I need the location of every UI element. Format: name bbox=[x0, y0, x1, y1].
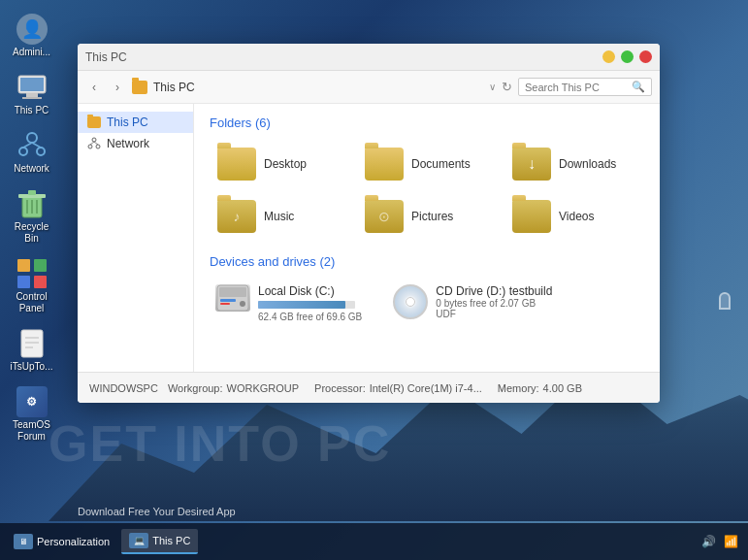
svg-rect-17 bbox=[17, 276, 30, 288]
taskbar-item-personalization[interactable]: 🖥 Personalization bbox=[6, 530, 117, 553]
svg-rect-18 bbox=[34, 276, 47, 288]
back-button[interactable]: ‹ bbox=[85, 79, 103, 96]
workgroup-label: Workgroup: bbox=[168, 382, 223, 394]
drive-item-c[interactable]: Local Disk (C:) 62.4 GB free of 69.6 GB bbox=[210, 280, 368, 326]
taskbar: 🖥 Personalization 💻 This PC 🔊 📶 bbox=[0, 523, 748, 560]
sidebar-item-administrator-label: Admini... bbox=[13, 47, 50, 58]
recycle-bin-icon bbox=[16, 188, 48, 219]
svg-rect-3 bbox=[22, 97, 42, 99]
forward-button[interactable]: › bbox=[109, 79, 126, 96]
this-pc-folder-icon bbox=[87, 116, 101, 128]
videos-folder-label: Videos bbox=[559, 210, 594, 223]
svg-rect-15 bbox=[17, 259, 30, 272]
folder-item-documents[interactable]: Documents bbox=[357, 142, 497, 186]
svg-line-26 bbox=[90, 142, 94, 145]
sidebar-item-network[interactable]: Network bbox=[4, 124, 60, 181]
folder-item-videos[interactable]: Videos bbox=[504, 194, 644, 239]
bottom-download-text: Download Free Your Desired App bbox=[78, 506, 236, 517]
cd-icon bbox=[393, 284, 428, 319]
sidebar-item-recycle-label: Recycle Bin bbox=[8, 221, 56, 245]
svg-rect-11 bbox=[28, 190, 36, 195]
drives-section-title: Devices and drives (2) bbox=[210, 254, 644, 269]
address-chevron-icon[interactable]: ∨ bbox=[489, 82, 496, 92]
network-icon-sm bbox=[87, 137, 101, 150]
left-panel-this-pc-label: This PC bbox=[107, 115, 148, 129]
svg-point-6 bbox=[37, 148, 45, 155]
svg-point-24 bbox=[88, 145, 92, 148]
taskbar-personalization-label: Personalization bbox=[37, 536, 110, 547]
svg-rect-32 bbox=[220, 303, 230, 305]
search-icon: 🔍 bbox=[632, 81, 645, 93]
folder-item-pictures[interactable]: Pictures bbox=[357, 194, 497, 239]
pictures-folder-icon bbox=[365, 200, 404, 233]
svg-line-7 bbox=[23, 143, 32, 148]
drives-section: Devices and drives (2) bbox=[210, 254, 644, 326]
taskbar-left: 🖥 Personalization 💻 This PC bbox=[0, 529, 198, 554]
search-input[interactable] bbox=[525, 82, 632, 93]
file-explorer-window: This PC ‹ › This PC ∨ ↻ 🔍 bbox=[78, 44, 660, 403]
close-button[interactable] bbox=[639, 50, 652, 63]
computer-name: WINDOWSPC bbox=[89, 382, 158, 394]
drive-d-space: 0 bytes free of 2.07 GB bbox=[436, 298, 552, 309]
taskbar-item-this-pc[interactable]: 💻 This PC bbox=[121, 529, 198, 554]
minimize-button[interactable] bbox=[602, 50, 615, 63]
drive-item-d[interactable]: CD Drive (D:) testbuild 0 bytes free of … bbox=[387, 280, 558, 326]
folder-item-music[interactable]: Music bbox=[210, 194, 349, 239]
svg-point-5 bbox=[19, 148, 27, 155]
watermark: GET INTO PC bbox=[49, 414, 391, 473]
documents-folder-icon bbox=[365, 148, 404, 181]
taskbar-right: 🔊 📶 bbox=[701, 535, 748, 548]
taskbar-personalization-icon: 🖥 bbox=[14, 534, 33, 549]
svg-point-4 bbox=[27, 133, 37, 143]
pictures-folder-label: Pictures bbox=[411, 210, 453, 223]
sidebar-item-control-panel[interactable]: Control Panel bbox=[4, 252, 60, 320]
sidebar-item-this-pc-label: This PC bbox=[15, 105, 49, 116]
sidebar-item-teamOS[interactable]: ⚙ TeamOS Forum bbox=[4, 380, 60, 448]
search-box[interactable]: 🔍 bbox=[518, 78, 652, 96]
folder-grid: Desktop Documents Downloads bbox=[210, 142, 644, 239]
svg-point-23 bbox=[92, 138, 96, 142]
svg-rect-1 bbox=[20, 78, 44, 91]
svg-rect-29 bbox=[219, 287, 246, 297]
drive-d-name: CD Drive (D:) testbuild bbox=[436, 284, 552, 298]
refresh-button[interactable]: ↻ bbox=[502, 80, 512, 94]
sidebar-item-itsup[interactable]: iTsUpTo... bbox=[4, 322, 60, 379]
svg-point-30 bbox=[240, 301, 245, 307]
mouse-cursor bbox=[719, 292, 731, 310]
drive-d-filesystem: UDF bbox=[436, 309, 552, 319]
sidebar-item-control-panel-label: Control Panel bbox=[8, 291, 56, 314]
sidebar-item-administrator[interactable]: 👤 Admini... bbox=[4, 8, 60, 64]
sidebar-item-this-pc[interactable]: This PC bbox=[4, 66, 60, 122]
processor-value: Intel(R) Core(1M) i7-4... bbox=[370, 382, 482, 394]
control-panel-icon bbox=[16, 258, 48, 289]
svg-line-27 bbox=[94, 142, 98, 145]
tray-icons: 🔊 📶 bbox=[701, 535, 738, 548]
left-panel-item-this-pc[interactable]: This PC bbox=[78, 112, 193, 133]
svg-rect-31 bbox=[220, 299, 236, 302]
sidebar-item-recycle-bin[interactable]: Recycle Bin bbox=[4, 182, 60, 250]
maximize-button[interactable] bbox=[621, 50, 634, 63]
documents-folder-label: Documents bbox=[411, 157, 471, 171]
drive-c-space: 62.4 GB free of 69.6 GB bbox=[258, 312, 362, 322]
folder-item-downloads[interactable]: Downloads bbox=[504, 142, 644, 186]
svg-point-25 bbox=[96, 145, 100, 148]
network-tray-icon[interactable]: 📶 bbox=[724, 535, 738, 548]
window-controls bbox=[602, 50, 652, 63]
left-panel-item-network[interactable]: Network bbox=[78, 133, 193, 154]
music-folder-icon bbox=[217, 200, 256, 233]
left-panel: This PC Network bbox=[78, 104, 194, 372]
desktop: 👤 Admini... This PC bbox=[0, 0, 748, 560]
doc-icon bbox=[16, 328, 48, 359]
status-computer: WINDOWSPC Workgroup: WORKGROUP bbox=[89, 382, 299, 394]
music-folder-label: Music bbox=[264, 210, 294, 223]
drive-c-info: Local Disk (C:) 62.4 GB free of 69.6 GB bbox=[258, 284, 362, 322]
teamOS-icon: ⚙ bbox=[16, 386, 48, 417]
sidebar: 👤 Admini... This PC bbox=[0, 0, 63, 523]
folder-item-desktop[interactable]: Desktop bbox=[210, 142, 349, 186]
sidebar-item-itsup-label: iTsUpTo... bbox=[11, 361, 53, 373]
right-panel: Folders (6) Desktop Documents bbox=[194, 104, 660, 372]
speaker-icon[interactable]: 🔊 bbox=[701, 535, 716, 548]
drive-c-bar bbox=[258, 301, 345, 309]
drive-c-name: Local Disk (C:) bbox=[258, 284, 362, 298]
network-icon bbox=[16, 130, 48, 161]
